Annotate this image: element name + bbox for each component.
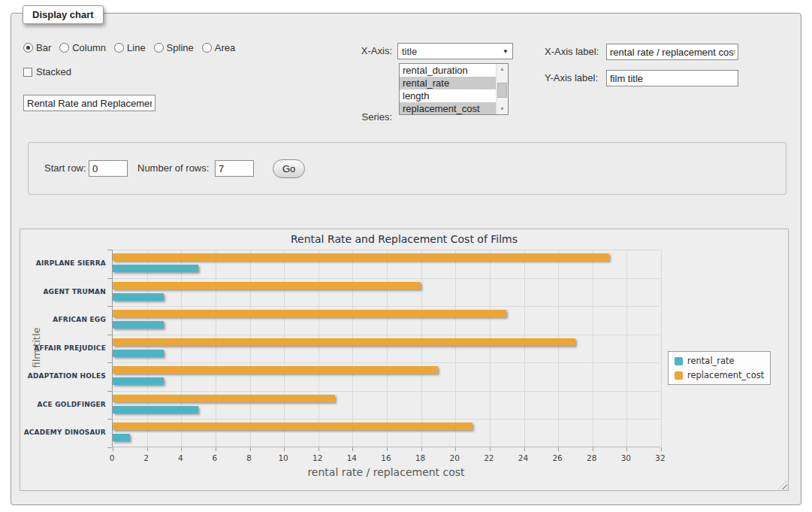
bar-rental_rate	[113, 293, 164, 301]
category-label: ADAPTATION HOLES	[20, 372, 106, 380]
radio-icon[interactable]	[23, 43, 33, 53]
y-tick	[107, 335, 112, 335]
bar-rental_rate	[113, 377, 164, 385]
x-axis-label-input[interactable]	[606, 44, 738, 60]
gridline	[524, 250, 525, 447]
category-label: AIRPLANE SIERRA	[20, 259, 106, 267]
plot-area	[112, 250, 660, 447]
go-button[interactable]: Go	[273, 159, 305, 178]
x-tick-label: 10	[268, 453, 298, 462]
y-axis-label-input[interactable]	[606, 70, 738, 86]
chart-type-spline[interactable]: Spline	[154, 42, 194, 53]
x-tick	[661, 447, 662, 451]
chart-legend: rental_ratereplacement_cost	[668, 351, 771, 385]
chart-type-bar[interactable]: Bar	[23, 42, 51, 53]
chart-type-group: BarColumnLineSplineArea	[23, 42, 235, 53]
x-tick	[318, 447, 319, 451]
scroll-up-icon[interactable]: ▲	[497, 64, 508, 74]
x-axis-select-value: title	[402, 46, 417, 57]
scroll-down-icon[interactable]: ▼	[497, 104, 508, 114]
gridline	[250, 250, 251, 447]
series-option-rental_duration[interactable]: rental_duration	[400, 64, 496, 77]
gridline	[318, 250, 319, 447]
chart-title-input[interactable]	[23, 95, 155, 111]
chart-type-line[interactable]: Line	[114, 42, 146, 53]
gridline	[216, 250, 216, 447]
radio-label: Spline	[167, 42, 194, 53]
y-tick	[107, 391, 112, 392]
num-rows-input[interactable]	[215, 160, 254, 177]
resize-handle-icon[interactable]	[778, 480, 787, 489]
series-listbox[interactable]: rental_durationrental_ratelengthreplacem…	[399, 63, 509, 115]
start-row-input[interactable]	[89, 160, 128, 177]
radio-icon[interactable]	[202, 43, 212, 53]
category-label: AFRICAN EGG	[20, 316, 106, 323]
gridline	[113, 335, 660, 335]
radio-label: Area	[215, 42, 235, 53]
x-tick-label: 32	[645, 453, 675, 462]
x-tick	[216, 447, 216, 451]
radio-icon[interactable]	[114, 43, 124, 53]
x-tick-label: 22	[474, 453, 504, 462]
gridline	[661, 250, 662, 447]
bar-rental_rate	[113, 350, 164, 357]
gridline	[284, 250, 285, 447]
chart-type-area[interactable]: Area	[202, 42, 235, 53]
y-tick	[107, 306, 112, 307]
stacked-checkbox-row[interactable]: Stacked	[23, 66, 71, 77]
x-tick	[352, 447, 353, 451]
chevron-down-icon: ▼	[503, 48, 509, 55]
category-label: AFFAIR PREJUDICE	[20, 344, 106, 352]
radio-label: Line	[127, 42, 146, 53]
gridline	[147, 250, 148, 447]
chart-container: Rental Rate and Replacement Cost of Film…	[20, 229, 789, 491]
x-tick-label: 12	[303, 453, 333, 462]
x-tick-label: 14	[337, 453, 367, 462]
x-tick	[524, 447, 525, 451]
y-tick	[107, 419, 112, 420]
legend-item-replacement_cost[interactable]: replacement_cost	[675, 370, 764, 380]
start-row-caption: Start row:	[44, 161, 86, 176]
x-axis-select[interactable]: title ▼	[397, 43, 513, 59]
x-tick	[490, 447, 491, 451]
scrollbar[interactable]: ▲ ▼	[496, 64, 508, 114]
x-tick-label: 8	[234, 453, 264, 462]
x-axis-caption: X-Axis:	[344, 44, 392, 59]
x-axis-label-caption: X-Axis label:	[545, 44, 599, 59]
stacked-checkbox[interactable]	[23, 68, 32, 77]
x-tick-label: 0	[97, 453, 127, 462]
series-option-replacement_cost[interactable]: replacement_cost	[400, 102, 496, 115]
chart-title: Rental Rate and Replacement Cost of Film…	[20, 233, 788, 245]
y-axis-label-caption: Y-Axis label:	[545, 71, 598, 86]
x-tick-label: 18	[406, 453, 436, 462]
series-option-rental_rate[interactable]: rental_rate	[400, 77, 496, 89]
gridline	[421, 250, 422, 447]
bar-replacement_cost	[113, 395, 335, 402]
x-tick	[113, 447, 113, 451]
x-tick-label: 4	[165, 453, 195, 462]
gridline	[490, 250, 491, 447]
gridline	[626, 250, 627, 447]
gridline	[113, 306, 660, 307]
x-tick-label: 30	[611, 453, 641, 462]
radio-icon[interactable]	[59, 43, 69, 53]
series-option-length[interactable]: length	[400, 89, 496, 102]
x-tick	[593, 447, 593, 451]
bar-replacement_cost	[113, 366, 438, 374]
gridline	[181, 250, 182, 447]
radio-icon[interactable]	[154, 43, 164, 53]
x-tick-label: 20	[439, 453, 469, 462]
legend-item-rental_rate[interactable]: rental_rate	[675, 356, 764, 366]
bar-rental_rate	[113, 434, 130, 441]
scrollbar-thumb[interactable]	[497, 83, 507, 98]
y-tick	[107, 278, 112, 279]
stacked-label: Stacked	[36, 66, 71, 77]
x-tick	[421, 447, 422, 451]
gridline	[558, 250, 559, 447]
chart-type-column[interactable]: Column	[59, 42, 106, 53]
gridline	[113, 391, 660, 392]
radio-label: Bar	[36, 42, 51, 53]
legend-swatch-icon	[675, 357, 683, 365]
gridline	[113, 362, 660, 363]
x-tick-label: 16	[371, 453, 401, 462]
